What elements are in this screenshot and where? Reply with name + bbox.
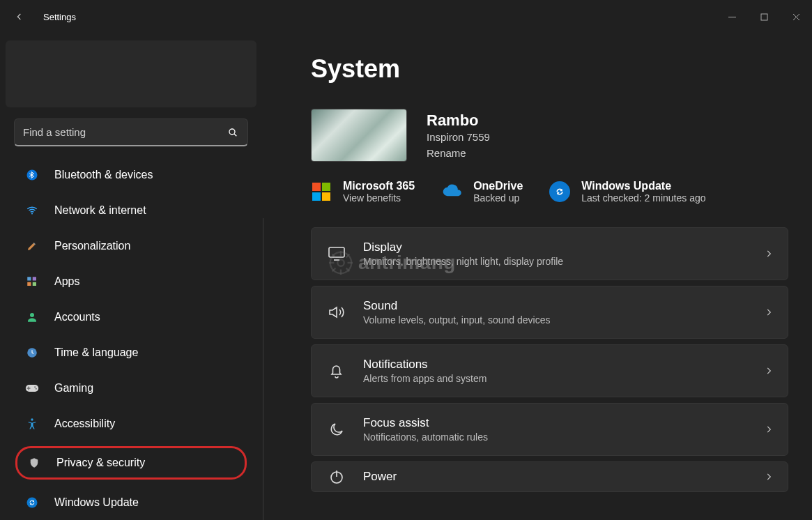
card-sub: Notifications, automatic rules — [363, 431, 747, 443]
main-panel: System Rambo Inspiron 7559 Rename Micros… — [263, 33, 812, 520]
nav-accounts[interactable]: Accounts — [20, 304, 247, 330]
svg-point-17 — [31, 418, 33, 420]
nav-gaming[interactable]: Gaming — [20, 375, 247, 401]
nav-label: Bluetooth & devices — [54, 169, 153, 181]
card-title: Focus assist — [363, 416, 747, 430]
chevron-right-icon — [764, 366, 774, 376]
moon-icon — [327, 420, 346, 439]
gamepad-icon — [25, 381, 39, 395]
nav-label: Accounts — [54, 311, 100, 323]
sync-icon — [25, 496, 39, 510]
nav-list: Bluetooth & devices Network & internet P… — [6, 162, 256, 515]
svg-point-4 — [229, 129, 235, 135]
power-icon — [327, 467, 346, 487]
tile-title: Microsoft 365 — [343, 180, 415, 192]
svg-rect-9 — [33, 277, 36, 280]
clock-icon — [25, 346, 39, 360]
nav-label: Time & language — [54, 346, 138, 359]
tile-sub: Backed up — [473, 192, 523, 204]
apps-icon — [25, 275, 39, 289]
minimize-button[interactable] — [716, 6, 748, 27]
wifi-icon — [25, 204, 39, 217]
nav-apps[interactable]: Apps — [20, 268, 247, 294]
nav-label: Network & internet — [54, 204, 146, 217]
tile-title: OneDrive — [473, 180, 523, 192]
monitor-icon — [327, 244, 346, 263]
card-title: Notifications — [363, 358, 747, 372]
bell-icon — [327, 361, 346, 381]
settings-cards: Display Monitors, brightness, night ligh… — [311, 227, 788, 492]
tile-sub: View benefits — [343, 192, 415, 204]
tile-sub: Last checked: 2 minutes ago — [581, 192, 705, 204]
back-button[interactable] — [14, 11, 25, 22]
app-title: Settings — [43, 12, 76, 22]
svg-rect-10 — [27, 282, 31, 285]
nav-label: Personalization — [54, 240, 130, 252]
tile-title: Windows Update — [581, 180, 705, 192]
nav-windows-update[interactable]: Windows Update — [20, 489, 247, 515]
device-model: Inspiron 7559 — [427, 131, 490, 143]
chevron-right-icon — [764, 307, 774, 317]
nav-label: Windows Update — [54, 496, 139, 509]
svg-point-15 — [34, 386, 36, 388]
nav-privacy[interactable]: Privacy & security — [15, 446, 247, 480]
svg-line-5 — [234, 134, 236, 136]
card-title: Sound — [363, 299, 747, 313]
svg-rect-1 — [761, 14, 767, 20]
search-input[interactable] — [14, 118, 248, 146]
speaker-icon — [327, 303, 346, 322]
close-button[interactable] — [780, 6, 812, 27]
tile-ms365[interactable]: Microsoft 365 View benefits — [311, 180, 415, 204]
sidebar-divider — [263, 218, 263, 520]
chevron-right-icon — [764, 249, 774, 259]
card-sound[interactable]: Sound Volume levels, output, input, soun… — [311, 286, 788, 339]
card-notifications[interactable]: Notifications Alerts from apps and syste… — [311, 344, 788, 397]
card-focus-assist[interactable]: Focus assist Notifications, automatic ru… — [311, 403, 788, 456]
svg-point-16 — [36, 388, 37, 389]
nav-time[interactable]: Time & language — [20, 339, 247, 365]
device-wallpaper-thumb[interactable] — [311, 109, 407, 162]
bluetooth-icon — [25, 168, 39, 182]
account-box[interactable] — [6, 40, 256, 107]
card-sub: Volume levels, output, input, sound devi… — [363, 314, 747, 326]
nav-bluetooth[interactable]: Bluetooth & devices — [20, 162, 247, 188]
svg-point-7 — [31, 213, 33, 214]
card-title: Power — [363, 470, 747, 484]
rename-link[interactable]: Rename — [427, 147, 490, 159]
card-sub: Monitors, brightness, night light, displ… — [363, 256, 747, 267]
chevron-right-icon — [764, 425, 774, 434]
sync-icon — [549, 181, 570, 202]
nav-label: Gaming — [54, 382, 93, 395]
chevron-right-icon — [764, 472, 774, 482]
card-power[interactable]: Power — [311, 461, 788, 492]
nav-personalization[interactable]: Personalization — [20, 233, 247, 259]
nav-label: Accessibility — [54, 418, 115, 430]
svg-rect-8 — [27, 277, 31, 280]
shield-icon — [27, 456, 41, 470]
paintbrush-icon — [25, 239, 39, 253]
svg-point-12 — [30, 313, 34, 317]
sidebar: Bluetooth & devices Network & internet P… — [0, 33, 263, 520]
nav-accessibility[interactable]: Accessibility — [20, 411, 247, 436]
card-display[interactable]: Display Monitors, brightness, night ligh… — [311, 227, 788, 280]
cloud-icon — [441, 181, 462, 202]
search-icon — [227, 127, 238, 138]
svg-point-18 — [27, 497, 38, 507]
device-card: Rambo Inspiron 7559 Rename — [311, 109, 788, 162]
svg-rect-11 — [33, 282, 36, 285]
tile-windows-update[interactable]: Windows Update Last checked: 2 minutes a… — [549, 180, 705, 204]
tile-onedrive[interactable]: OneDrive Backed up — [441, 180, 523, 204]
card-sub: Alerts from apps and system — [363, 373, 747, 384]
nav-network[interactable]: Network & internet — [20, 197, 247, 223]
nav-label: Apps — [54, 275, 79, 288]
page-title: System — [311, 54, 788, 84]
maximize-button[interactable] — [748, 6, 780, 27]
microsoft-logo-icon — [311, 181, 332, 202]
accessibility-icon — [25, 417, 39, 431]
window-controls — [716, 6, 812, 27]
titlebar: Settings — [0, 0, 812, 33]
svg-rect-19 — [329, 247, 344, 257]
nav-label: Privacy & security — [56, 457, 145, 469]
device-name: Rambo — [427, 112, 490, 130]
person-icon — [25, 310, 39, 324]
